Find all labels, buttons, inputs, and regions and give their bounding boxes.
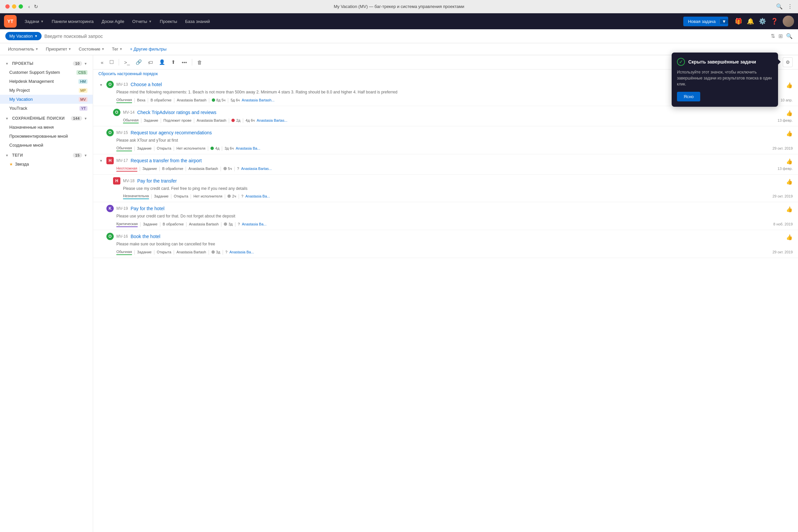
toolbar-delete-icon[interactable]: 🗑 [195, 58, 205, 67]
saved-searches-header[interactable]: ▼ СОХРАНЁННЫЕ ПОИСКИ 144 ▼ [0, 114, 93, 123]
help-icon[interactable]: ❓ [771, 18, 778, 25]
titlebar-search-button[interactable]: 🔍 [776, 3, 783, 10]
estimation-mv18: ? [241, 194, 243, 198]
filter-state[interactable]: Состояние ▼ [76, 45, 108, 53]
close-button[interactable] [5, 4, 10, 8]
project-filter-badge[interactable]: My Vacation ▼ [5, 32, 41, 40]
search-submit-icon[interactable]: 🔍 [786, 33, 793, 39]
task-title-mv15[interactable]: Request tour agency recommendations [131, 130, 212, 135]
task-title-mv18[interactable]: Pay for the transfer [137, 178, 177, 184]
task-item: 👍 O MV-15 Request tour agency recommenda… [93, 126, 798, 154]
toolbar-collapse-all[interactable]: « [98, 58, 106, 67]
tag-item-star[interactable]: Звезда [0, 159, 93, 169]
toolbar-command-icon[interactable]: >_ [122, 58, 132, 67]
navbar-tasks[interactable]: Задачи ▼ [21, 17, 47, 26]
filter-priority[interactable]: Приоритет ▼ [43, 45, 74, 53]
author-mv19[interactable]: Anastasia Ba... [242, 222, 266, 226]
task-priority-icon-mv17: H [107, 157, 114, 164]
tags-section-header[interactable]: ▼ ТЕГИ 15 ▼ [0, 151, 93, 159]
type-mv15: Задание [137, 146, 152, 150]
titlebar-menu-button[interactable]: ⋮ [787, 3, 793, 10]
navbar-projects[interactable]: Проекты [157, 17, 180, 26]
task-vote-mv16[interactable]: 👍 [786, 234, 793, 241]
navbar-monitoring[interactable]: Панели мониторинга [49, 17, 97, 26]
filter-tag[interactable]: Тег ▼ [109, 45, 125, 53]
toolbar-settings-button[interactable]: ⚙ [783, 57, 793, 67]
sidebar-item-mp[interactable]: My Project MP [0, 86, 93, 95]
new-task-dropdown-arrow[interactable]: ▼ [720, 19, 728, 24]
author-mv18[interactable]: Anastasia Ba... [245, 194, 270, 198]
back-button[interactable]: ‹ [28, 4, 30, 10]
priority-mv15: Обычная [116, 145, 132, 151]
maximize-button[interactable] [19, 4, 23, 8]
new-task-button[interactable]: Новая задача ▼ [683, 17, 728, 26]
toolbar-checkbox[interactable]: ☐ [107, 58, 116, 67]
toolbar-more-icon[interactable]: ••• [179, 58, 189, 67]
user-avatar[interactable] [783, 16, 794, 27]
priority-mv19: Критическая [116, 221, 138, 227]
toolbar-link-icon[interactable]: 🔗 [133, 58, 144, 67]
settings-icon[interactable]: ⚙️ [759, 18, 766, 25]
sidebar-item-yt[interactable]: YouTrack YT [0, 104, 93, 113]
tags-arrow: ▼ [5, 154, 8, 157]
author-mv17[interactable]: Anastasia Bartas... [241, 167, 272, 171]
task-title-mv17[interactable]: Request a transfer from the airport [131, 158, 202, 163]
task-vote-mv14[interactable]: 👍 [786, 110, 793, 116]
filter-more[interactable]: + Другие фильтры [127, 45, 169, 53]
author-mv13[interactable]: Anastasia Bartash... [242, 98, 274, 102]
bell-icon[interactable]: 🔔 [747, 18, 754, 25]
saved-search-assigned[interactable]: Назначенные на меня [0, 123, 93, 132]
refresh-button[interactable]: ↻ [34, 4, 38, 10]
time-mv16: 3д [211, 250, 221, 254]
author-mv16[interactable]: Anastasia Ba... [229, 250, 254, 254]
navbar-agile[interactable]: Доски Agile [98, 17, 128, 26]
task-item: 👍 O MV-16 Book the hotel Please make sur… [93, 230, 798, 258]
task-id-mv15: MV-15 [116, 130, 128, 135]
toolbar-move-icon[interactable]: ⬆ [169, 58, 178, 67]
search-action-icons: ⇅ ⊞ 🔍 [771, 33, 793, 39]
saved-search-created[interactable]: Созданные мной [0, 141, 93, 150]
assignee-mv17: Anastasia Bartash [189, 167, 218, 171]
sidebar-item-css[interactable]: Customer Support System CSS [0, 68, 93, 77]
priority-mv16: Обычная [116, 249, 132, 255]
task-priority-icon-mv15: O [107, 129, 114, 136]
tags-dropdown: ▼ [84, 154, 88, 157]
minimize-button[interactable] [12, 4, 16, 8]
filter-executor[interactable]: Исполнитель ▼ [5, 45, 41, 53]
titlebar: ‹ ↻ My Vacation (MV) — баг-трекер и сист… [0, 0, 798, 13]
task-vote-mv15[interactable]: 👍 [786, 130, 793, 137]
saved-search-commented[interactable]: Прокомментированные мной [0, 132, 93, 141]
toolbar-assign-icon[interactable]: 👤 [157, 58, 168, 67]
sidebar-item-mv[interactable]: My Vacation MV [0, 95, 93, 104]
type-mv17: Задание [142, 167, 157, 171]
sidebar-item-hm[interactable]: Helpdesk Management HM [0, 77, 93, 86]
task-title-mv13[interactable]: Choose a hotel [131, 82, 162, 87]
task-collapse-mv13[interactable]: ▼ [98, 82, 104, 88]
task-vote-mv17[interactable]: 👍 [786, 158, 793, 165]
task-header-mv15: O MV-15 Request tour agency recommendati… [107, 129, 793, 136]
task-vote-mv19[interactable]: 👍 [786, 206, 793, 212]
date-mv18: 29 окт. 2019 [773, 194, 793, 198]
column-settings-icon[interactable]: ⊞ [778, 33, 783, 39]
tooltip-ok-button[interactable]: Ясно [677, 92, 700, 101]
gift-icon[interactable]: 🎁 [735, 18, 742, 25]
author-mv15[interactable]: Anastasia Ba... [236, 146, 260, 150]
search-input[interactable] [44, 34, 768, 39]
toolbar-tag-icon[interactable]: 🏷 [146, 58, 155, 67]
task-title-mv16[interactable]: Book the hotel [131, 234, 160, 239]
author-mv14[interactable]: Anastasia Bartas... [257, 118, 287, 122]
task-item: 👍 O MV-14 Check TripAdvisor ratings and … [93, 106, 798, 126]
task-title-mv19[interactable]: Pay for the hotel [131, 206, 165, 211]
task-title-mv14[interactable]: Check TripAdvisor ratings and reviews [137, 110, 216, 115]
estimation-mv17: ? [237, 167, 239, 171]
task-vote-mv18[interactable]: 👍 [786, 178, 793, 185]
task-collapse-mv17[interactable]: ▼ [98, 158, 104, 164]
navbar-reports[interactable]: Отчеты ▼ [129, 17, 155, 26]
projects-section-header[interactable]: ▼ ПРОЕКТЫ 10 ▼ [0, 59, 93, 68]
type-mv19: Задание [143, 222, 158, 226]
filter-toggle-icon[interactable]: ⇅ [771, 33, 775, 39]
navbar-knowledge[interactable]: База знаний [182, 17, 213, 26]
status-mv13: В обработке [151, 98, 172, 102]
task-vote-mv13[interactable]: 👍 [786, 82, 793, 89]
type-mv13: Веха [137, 98, 145, 102]
